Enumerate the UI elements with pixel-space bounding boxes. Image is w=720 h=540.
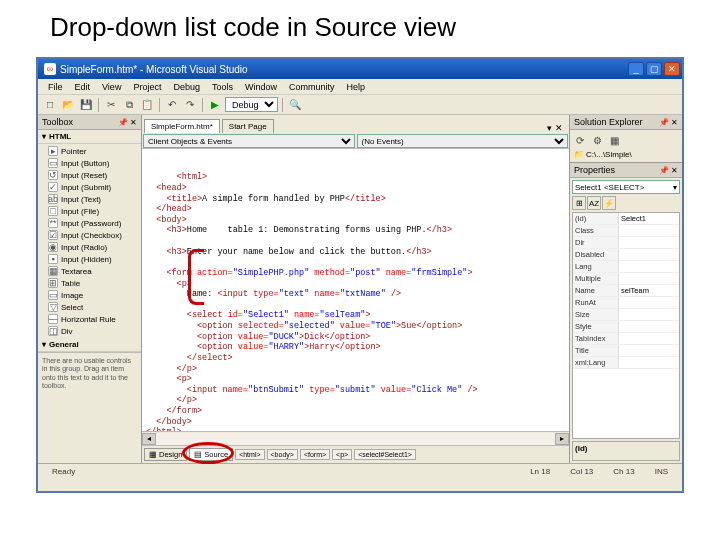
menu-tools[interactable]: Tools <box>206 82 239 92</box>
showall-icon[interactable]: ▦ <box>606 132 622 148</box>
scroll-left-icon[interactable]: ◂ <box>142 433 156 445</box>
properties-grid[interactable]: (Id)Select1ClassDirDisabledLangMultipleN… <box>572 212 680 439</box>
undo-icon[interactable]: ↶ <box>164 97 180 113</box>
solution-tree[interactable]: ⟳ ⚙ ▦ 📁C:\...\Simple\ <box>570 130 682 162</box>
pin-icon[interactable]: 📌 ✕ <box>118 118 137 127</box>
event-dropdown[interactable]: (No Events) <box>357 134 569 148</box>
events-icon[interactable]: ⚡ <box>602 196 616 210</box>
property-row[interactable]: Size <box>573 309 679 321</box>
toolbox-item[interactable]: ⊞Table <box>38 277 141 289</box>
find-icon[interactable]: 🔍 <box>287 97 303 113</box>
close-button[interactable]: ✕ <box>664 62 680 76</box>
toolbox-item[interactable]: ▦Textarea <box>38 265 141 277</box>
property-row[interactable]: (Id)Select1 <box>573 213 679 225</box>
properties-icon[interactable]: ⚙ <box>589 132 605 148</box>
code-editor[interactable]: <html> <head> <title>A simple form handl… <box>142 149 569 431</box>
toolbox-description: There are no usable controls in this gro… <box>38 352 141 395</box>
property-row[interactable]: Style <box>573 321 679 333</box>
property-value[interactable] <box>619 237 679 248</box>
property-value[interactable] <box>619 345 679 356</box>
breadcrumb-select[interactable]: <select#Select1> <box>354 449 416 460</box>
property-row[interactable]: xml:Lang <box>573 357 679 369</box>
design-tab[interactable]: ▦Design <box>144 448 187 461</box>
menu-edit[interactable]: Edit <box>69 82 97 92</box>
menu-file[interactable]: File <box>42 82 69 92</box>
toolbox-item[interactable]: ✓Input (Submit) <box>38 181 141 193</box>
refresh-icon[interactable]: ⟳ <box>572 132 588 148</box>
property-row[interactable]: Dir <box>573 237 679 249</box>
property-row[interactable]: Lang <box>573 261 679 273</box>
toolbox-item[interactable]: ▽Select <box>38 301 141 313</box>
object-dropdown[interactable]: Client Objects & Events <box>143 134 355 148</box>
property-value[interactable] <box>619 273 679 284</box>
control-icon: ▪ <box>48 254 58 264</box>
menu-window[interactable]: Window <box>239 82 283 92</box>
toolbox-item[interactable]: ☑Input (Checkbox) <box>38 229 141 241</box>
menu-project[interactable]: Project <box>127 82 167 92</box>
breadcrumb-form[interactable]: <form> <box>300 449 330 460</box>
tab-simpleform[interactable]: SimpleForm.htm* <box>144 119 220 133</box>
menu-community[interactable]: Community <box>283 82 341 92</box>
toolbox-item[interactable]: **Input (Password) <box>38 217 141 229</box>
property-row[interactable]: NameselTeam <box>573 285 679 297</box>
cut-icon[interactable]: ✂ <box>103 97 119 113</box>
toolbox-section-html[interactable]: ▾HTML <box>38 130 141 144</box>
toolbox-section-general[interactable]: ▾General <box>38 338 141 352</box>
categorized-icon[interactable]: ⊞ <box>572 196 586 210</box>
control-icon: ◉ <box>48 242 58 252</box>
config-select[interactable]: Debug <box>225 97 278 112</box>
tab-startpage[interactable]: Start Page <box>222 119 274 133</box>
open-icon[interactable]: 📂 <box>60 97 76 113</box>
toolbox-item[interactable]: ▭Input (Button) <box>38 157 141 169</box>
pin-icon[interactable]: 📌 ✕ <box>659 166 678 175</box>
breadcrumb-p[interactable]: <p> <box>332 449 352 460</box>
toolbox-item[interactable]: ◉Input (Radio) <box>38 241 141 253</box>
paste-icon[interactable]: 📋 <box>139 97 155 113</box>
toolbox-item[interactable]: □Input (File) <box>38 205 141 217</box>
redo-icon[interactable]: ↷ <box>182 97 198 113</box>
breadcrumb-body[interactable]: <body> <box>267 449 298 460</box>
breadcrumb-html[interactable]: <html> <box>235 449 264 460</box>
titlebar: ∞ SimpleForm.htm* - Microsoft Visual Stu… <box>38 59 682 79</box>
alphabetical-icon[interactable]: AZ <box>587 196 601 210</box>
property-row[interactable]: TabIndex <box>573 333 679 345</box>
new-icon[interactable]: □ <box>42 97 58 113</box>
pin-icon[interactable]: 📌 ✕ <box>659 118 678 127</box>
toolbox-item[interactable]: abInput (Text) <box>38 193 141 205</box>
horizontal-scrollbar[interactable]: ◂ ▸ <box>142 431 569 445</box>
property-value[interactable]: selTeam <box>619 285 679 296</box>
properties-object-select[interactable]: Select1 <SELECT>▾ <box>572 180 680 194</box>
property-value[interactable] <box>619 357 679 368</box>
save-icon[interactable]: 💾 <box>78 97 94 113</box>
property-value[interactable] <box>619 333 679 344</box>
source-tab[interactable]: ▤Source <box>189 448 233 461</box>
property-row[interactable]: RunAt <box>573 297 679 309</box>
scroll-right-icon[interactable]: ▸ <box>555 433 569 445</box>
start-icon[interactable]: ▶ <box>207 97 223 113</box>
maximize-button[interactable]: ▢ <box>646 62 662 76</box>
menu-debug[interactable]: Debug <box>167 82 206 92</box>
menu-view[interactable]: View <box>96 82 127 92</box>
toolbox-item[interactable]: —Horizontal Rule <box>38 313 141 325</box>
property-row[interactable]: Title <box>573 345 679 357</box>
property-value[interactable] <box>619 321 679 332</box>
property-row[interactable]: Disabled <box>573 249 679 261</box>
copy-icon[interactable]: ⧉ <box>121 97 137 113</box>
property-value[interactable] <box>619 297 679 308</box>
toolbox-item[interactable]: ▭Image <box>38 289 141 301</box>
property-value[interactable] <box>619 309 679 320</box>
menu-help[interactable]: Help <box>340 82 371 92</box>
property-value[interactable] <box>619 225 679 236</box>
toolbox-item[interactable]: ↺Input (Reset) <box>38 169 141 181</box>
property-row[interactable]: Multiple <box>573 273 679 285</box>
toolbox-item[interactable]: ▸Pointer <box>38 145 141 157</box>
minimize-button[interactable]: _ <box>628 62 644 76</box>
property-value[interactable] <box>619 261 679 272</box>
toolbox-item[interactable]: ◫Div <box>38 325 141 337</box>
property-value[interactable]: Select1 <box>619 213 679 224</box>
tab-close-icon[interactable]: ▾ ✕ <box>541 123 569 133</box>
toolbox-item[interactable]: ▪Input (Hidden) <box>38 253 141 265</box>
property-value[interactable] <box>619 249 679 260</box>
toolbox-item-label: Input (Hidden) <box>61 255 112 264</box>
property-row[interactable]: Class <box>573 225 679 237</box>
